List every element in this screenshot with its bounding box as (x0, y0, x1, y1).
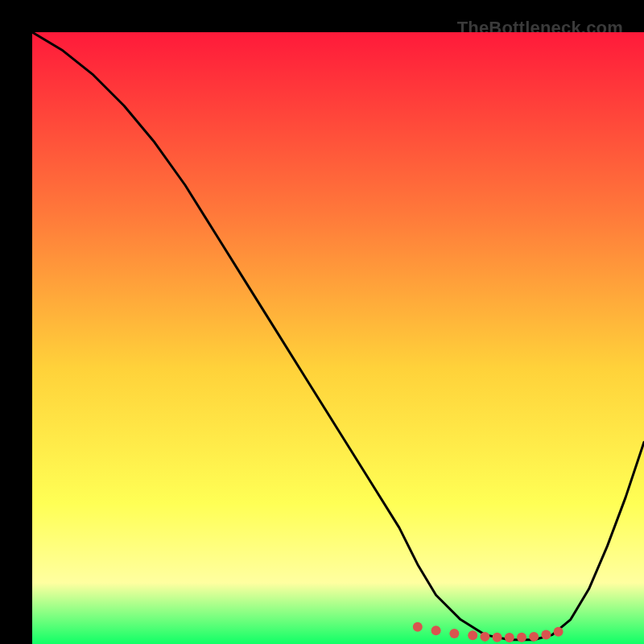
min-marker (554, 627, 564, 637)
bottleneck-chart (32, 32, 644, 644)
min-marker (431, 625, 441, 635)
min-marker (413, 622, 423, 632)
chart-frame: TheBottleneck.com (16, 16, 628, 628)
gradient-background (32, 32, 644, 644)
min-marker (505, 633, 514, 642)
min-marker (449, 629, 459, 638)
min-marker (480, 632, 489, 642)
min-marker (541, 630, 551, 640)
min-marker (468, 630, 477, 640)
min-marker (529, 632, 539, 642)
plot-area (32, 32, 644, 644)
min-marker (493, 633, 502, 642)
min-marker (517, 633, 526, 642)
